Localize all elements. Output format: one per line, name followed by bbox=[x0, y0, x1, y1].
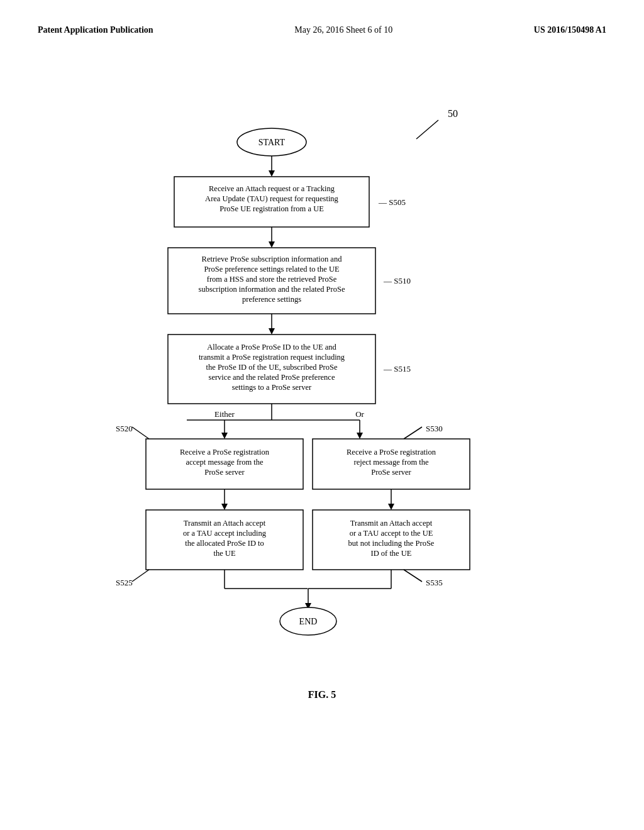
end-label: END bbox=[299, 617, 318, 626]
header-left: Patent Application Publication bbox=[38, 25, 153, 35]
s510-text5: preference settings bbox=[242, 295, 301, 304]
s525-text4: the UE bbox=[213, 549, 235, 558]
s530-text1: Receive a ProSe registration bbox=[347, 448, 436, 456]
s515-text1: Allocate a ProSe ProSe ID to the UE and bbox=[207, 343, 336, 351]
s515-text5: settings to a ProSe server bbox=[232, 383, 312, 392]
s535-text1: Transmit an Attach accept bbox=[350, 519, 433, 528]
s535-text4: ID of the UE bbox=[371, 549, 412, 558]
or-label: Or bbox=[355, 409, 364, 419]
svg-line-20 bbox=[404, 570, 422, 582]
s520-step: S520 bbox=[116, 424, 133, 433]
figure-number: 50 bbox=[448, 108, 458, 119]
s510-text3: from a HSS and store the retrieved ProSe bbox=[207, 275, 337, 284]
s520-text3: ProSe server bbox=[204, 468, 245, 477]
header-center: May 26, 2016 Sheet 6 of 10 bbox=[294, 25, 392, 35]
either-label: Either bbox=[214, 409, 235, 419]
svg-line-19 bbox=[132, 570, 149, 582]
s530-text3: ProSe server bbox=[371, 468, 411, 477]
s515-step: — S515 bbox=[383, 364, 411, 374]
s505-text3: ProSe UE registration from a UE bbox=[219, 204, 324, 213]
s525-text2: or a TAU accept including bbox=[183, 529, 267, 538]
header-right: US 2016/150498 A1 bbox=[534, 25, 606, 35]
s515-text4: service and the related ProSe preference bbox=[209, 373, 335, 382]
s510-text1: Retrieve ProSe subscription information … bbox=[202, 255, 343, 263]
s525-step: S525 bbox=[116, 578, 133, 587]
s525-text1: Transmit an Attach accept bbox=[184, 519, 266, 528]
s505-step: — S505 bbox=[378, 197, 406, 207]
s510-text2: ProSe preference settings related to the… bbox=[204, 265, 340, 274]
s510-step: — S510 bbox=[383, 276, 411, 285]
svg-marker-4 bbox=[269, 241, 275, 248]
svg-marker-10 bbox=[221, 433, 228, 439]
figure-label: FIG. 5 bbox=[308, 689, 336, 700]
s515-text3: the ProSe ID of the UE, subscribed ProSe bbox=[206, 363, 338, 372]
s520-text1: Receive a ProSe registration bbox=[180, 448, 270, 456]
s510-text4: subscription information and the related… bbox=[199, 285, 345, 294]
svg-marker-2 bbox=[269, 170, 275, 177]
svg-marker-16 bbox=[221, 504, 228, 510]
svg-line-13 bbox=[132, 427, 149, 439]
start-label: START bbox=[258, 138, 286, 147]
svg-marker-18 bbox=[388, 504, 394, 510]
svg-line-14 bbox=[404, 427, 422, 439]
svg-line-0 bbox=[416, 120, 438, 139]
s530-step: S530 bbox=[426, 424, 443, 433]
s525-text3: the allocated ProSe ID to bbox=[185, 539, 264, 548]
svg-marker-12 bbox=[357, 433, 363, 439]
s535-step: S535 bbox=[426, 578, 443, 587]
header: Patent Application Publication May 26, 2… bbox=[0, 0, 644, 48]
diagram: 50 START Receive an Attach request or a … bbox=[0, 86, 644, 700]
flowchart: 50 START Receive an Attach request or a … bbox=[77, 86, 567, 677]
s535-text2: or a TAU accept to the UE bbox=[350, 529, 433, 538]
s505-text: Receive an Attach request or a Tracking bbox=[209, 184, 335, 193]
svg-marker-6 bbox=[269, 328, 275, 335]
s530-text2: reject message from the bbox=[353, 458, 428, 467]
s515-text2: transmit a ProSe registration request in… bbox=[199, 353, 345, 362]
s505-text2: Area Update (TAU) request for requesting bbox=[205, 194, 339, 203]
page: Patent Application Publication May 26, 2… bbox=[0, 0, 644, 830]
s535-text3: but not including the ProSe bbox=[348, 539, 435, 548]
s520-text2: accept message from the bbox=[186, 458, 264, 467]
